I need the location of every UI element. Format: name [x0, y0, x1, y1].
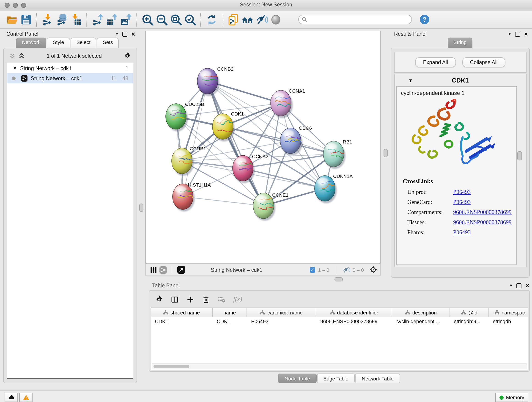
network-node-rb1[interactable]: RB1 [323, 139, 352, 169]
table-options-gear-icon[interactable] [155, 295, 163, 303]
column-header-shared-name[interactable]: shared name [151, 308, 213, 317]
create-column-icon[interactable] [186, 295, 194, 303]
network-edge-ccnb2-ccne1[interactable] [208, 81, 264, 206]
network-edge-hist1h1a-ccne1[interactable] [183, 197, 264, 206]
table-horizontal-scrollbar[interactable] [152, 364, 527, 369]
network-options-gear-icon[interactable] [124, 52, 131, 60]
export-table-icon[interactable] [104, 12, 119, 27]
panel-close-icon[interactable]: × [526, 283, 529, 288]
cloud-status-button[interactable] [5, 393, 18, 402]
network-node-cdc6[interactable]: CDC6 [280, 125, 312, 156]
horizontal-splitter-handle[interactable] [335, 277, 343, 281]
panel-float-icon[interactable] [516, 283, 521, 288]
column-header-namespace[interactable]: namespac [489, 308, 528, 317]
cell-description[interactable]: cyclin-dependent ... [392, 319, 450, 324]
panel-float-icon[interactable] [122, 32, 127, 36]
table-row[interactable]: CDK1 CDK1 P06493 9606.ENSP00000378699 cy… [151, 317, 528, 325]
warnings-button[interactable] [19, 393, 32, 402]
network-collection-row[interactable]: ▼ String Network – cdk1 1 [7, 63, 133, 73]
expand-all-button[interactable]: Expand All [415, 57, 456, 67]
help-icon[interactable] [419, 14, 430, 25]
panel-collapse-icon[interactable]: ▾ [510, 282, 512, 289]
zoom-in-icon[interactable] [140, 12, 154, 27]
import-network-icon[interactable] [40, 12, 55, 27]
cell-id[interactable]: stringdb:9... [450, 319, 489, 324]
results-scrollbar-thumb[interactable] [517, 151, 522, 160]
panel-close-icon[interactable]: × [524, 31, 528, 37]
cell-name[interactable]: CDK1 [213, 319, 247, 324]
left-splitter-handle[interactable] [139, 204, 143, 212]
zoom-out-icon[interactable] [154, 12, 169, 27]
zoom-fit-icon[interactable] [169, 12, 183, 27]
network-row-selected[interactable]: String Network – cdk1 11 48 [7, 73, 133, 83]
zoom-selected-icon[interactable] [183, 12, 197, 27]
network-selection-summary: 1 of 1 Network selected [25, 53, 124, 59]
birdseye-grid-icon[interactable] [149, 265, 158, 274]
network-node-ccne1[interactable]: CCNE1 [253, 192, 288, 221]
expand-all-networks-icon[interactable] [18, 53, 25, 59]
tab-network[interactable]: Network [16, 38, 46, 48]
export-image-icon[interactable] [119, 12, 133, 27]
network-node-hist1h1a[interactable]: HIST1H1A [172, 182, 211, 211]
eye-slash-icon[interactable] [254, 12, 268, 27]
window-title: Session: New Session [0, 2, 532, 7]
main-toolbar [0, 11, 532, 29]
delete-columns-icon[interactable] [202, 295, 210, 303]
tree-expand-icon[interactable]: ▼ [13, 66, 17, 70]
cell-database-identifier[interactable]: 9606.ENSP00000378699 [316, 319, 392, 324]
network-node-ccna1[interactable]: CCNA1 [271, 88, 305, 118]
tab-node-table[interactable]: Node Table [278, 374, 317, 383]
column-header-id[interactable]: @id [450, 308, 489, 317]
scrollbar-thumb[interactable] [153, 365, 189, 368]
node-label-cdc6: CDC6 [299, 125, 312, 131]
tab-network-table[interactable]: Network Table [355, 374, 400, 383]
cell-canonical-name[interactable]: P06493 [247, 319, 316, 324]
panel-collapse-icon[interactable]: ▾ [116, 31, 118, 37]
section-collapse-icon[interactable]: ▼ [408, 78, 413, 83]
network-node-cdkn1a[interactable]: CDKN1A [315, 173, 353, 203]
network-share-icon[interactable] [158, 265, 168, 275]
network-view-canvas[interactable]: CCNB2CCNA1CDC25BCDK1CDC6RB1CCNB1CCNA2CDK… [145, 31, 381, 264]
export-network-icon[interactable] [90, 12, 104, 27]
refresh-view-icon[interactable] [204, 12, 219, 27]
panel-collapse-icon[interactable]: ▾ [509, 31, 511, 37]
crosslink-genecard-link[interactable]: P06493 [453, 199, 471, 206]
crosslink-compartments-link[interactable]: 9606.ENSP00000378699 [453, 209, 512, 216]
tab-sets[interactable]: Sets [97, 38, 119, 48]
import-table-icon[interactable] [69, 12, 83, 27]
save-session-icon[interactable] [19, 12, 33, 27]
tab-string[interactable]: String [447, 38, 473, 48]
import-network-database-icon[interactable] [55, 12, 69, 27]
cell-namespace[interactable]: stringdb [489, 319, 528, 324]
crosslink-tissues-link[interactable]: 9606.ENSP00000378699 [453, 219, 512, 226]
detach-view-icon[interactable] [176, 265, 186, 275]
function-builder-icon: f(x) [233, 296, 242, 303]
memory-button[interactable]: Memory [496, 393, 528, 402]
crosslink-uniprot-link[interactable]: P06493 [453, 189, 471, 196]
panel-float-icon[interactable] [515, 32, 520, 36]
network-edge-ccnb2-hist1h1a[interactable] [183, 81, 208, 197]
clone-network-icon[interactable] [226, 12, 240, 27]
cell-shared-name[interactable]: CDK1 [151, 319, 213, 324]
column-header-canonical-name[interactable]: canonical name [247, 308, 316, 317]
tab-edge-table[interactable]: Edge Table [317, 374, 355, 383]
search-input[interactable] [298, 15, 412, 24]
open-session-icon[interactable] [5, 12, 19, 27]
column-header-name[interactable]: name [213, 308, 247, 317]
selected-checkbox-icon[interactable]: ✓ [310, 267, 315, 273]
collapse-all-button[interactable]: Collapse All [462, 57, 505, 67]
panel-close-icon[interactable]: × [132, 31, 135, 37]
tab-select[interactable]: Select [70, 38, 96, 48]
network-node-ccna2[interactable]: CCNA2 [233, 154, 268, 183]
column-header-description[interactable]: description [392, 308, 450, 317]
crosshair-icon[interactable] [369, 266, 377, 274]
crosslink-pharos-link[interactable]: P06493 [453, 229, 471, 236]
network-node-ccnb2[interactable]: CCNB2 [197, 66, 234, 96]
houses-icon[interactable] [240, 12, 254, 27]
eye-icon[interactable] [268, 12, 283, 27]
column-header-database-identifier[interactable]: database identifier [316, 308, 392, 317]
tab-style[interactable]: Style [47, 38, 70, 48]
right-splitter-handle[interactable] [384, 149, 388, 157]
collapse-all-networks-icon[interactable] [9, 53, 16, 59]
show-columns-icon[interactable] [171, 295, 179, 303]
